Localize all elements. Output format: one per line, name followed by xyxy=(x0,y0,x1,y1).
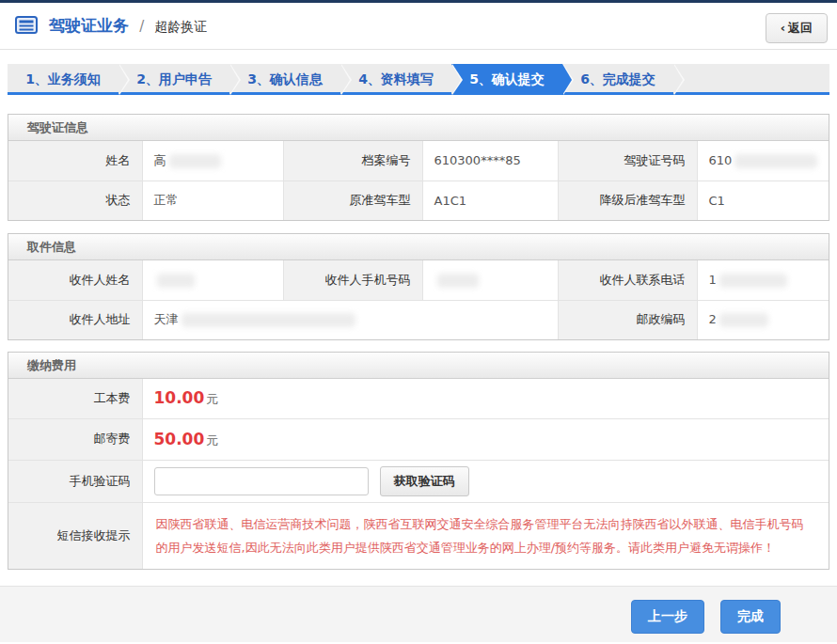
license-info-table: 姓名 高 档案编号 610300****85 驾驶证号码 610 状态 正常 原… xyxy=(8,141,829,220)
breadcrumb-separator: / xyxy=(139,18,144,35)
table-row: 短信接收提示 因陕西省联通、电信运营商技术问题，陕西省互联网交通安全综合服务管理… xyxy=(8,502,829,569)
downgraded-class-value: C1 xyxy=(697,181,829,220)
field-label: 手机验证码 xyxy=(8,460,142,502)
page-title: 驾驶证业务 xyxy=(49,16,129,35)
recipient-name-value xyxy=(142,260,283,300)
fees-section: 缴纳费用 工本费 10.00元 邮寄费 50.00元 手机验证码 获取验证码 短… xyxy=(8,352,829,570)
get-code-button[interactable]: 获取验证码 xyxy=(380,466,469,496)
field-label: 邮政编码 xyxy=(558,300,697,339)
back-button[interactable]: ‹返回 xyxy=(766,13,828,43)
status-value: 正常 xyxy=(142,181,283,220)
back-button-label: 返回 xyxy=(788,21,813,35)
field-label: 工本费 xyxy=(8,379,142,418)
field-label: 姓名 xyxy=(8,141,142,181)
redacted-blob xyxy=(734,154,817,168)
redacted-blob xyxy=(157,274,195,288)
redacted-blob xyxy=(182,313,355,327)
finish-button[interactable]: 完成 xyxy=(720,600,781,634)
field-label: 原准驾车型 xyxy=(283,181,422,220)
field-label: 收件人地址 xyxy=(8,300,142,339)
step-6-finish-submit: 6、完成提交 xyxy=(562,64,673,92)
field-label: 短信接收提示 xyxy=(8,502,142,569)
field-label: 收件人姓名 xyxy=(8,260,142,300)
postal-code-value: 2 xyxy=(697,300,829,339)
step-2-declaration: 2、用户申告 xyxy=(118,64,229,92)
license-business-icon xyxy=(15,16,38,38)
sms-code-input[interactable] xyxy=(154,467,369,495)
table-row: 收件人姓名 收件人手机号码 收件人联系电话 1 xyxy=(8,260,829,300)
step-1-notice: 1、业务须知 xyxy=(8,64,118,92)
license-info-section: 驾驶证信息 姓名 高 档案编号 610300****85 驾驶证号码 610 状… xyxy=(8,114,829,221)
fees-table: 工本费 10.00元 邮寄费 50.00元 手机验证码 获取验证码 短信接收提示… xyxy=(8,379,829,569)
fees-section-title: 缴纳费用 xyxy=(8,353,829,379)
table-row: 邮寄费 50.00元 xyxy=(8,418,829,460)
field-label: 收件人手机号码 xyxy=(283,260,422,300)
redacted-blob xyxy=(719,274,787,288)
table-row: 收件人地址 天津 邮政编码 2 xyxy=(8,300,829,339)
pickup-info-section: 取件信息 收件人姓名 收件人手机号码 收件人联系电话 1 收件人地址 天津 邮政… xyxy=(8,233,829,340)
postage-fee-value: 50.00元 xyxy=(142,418,829,460)
redacted-blob xyxy=(719,313,768,327)
table-row: 手机验证码 获取验证码 xyxy=(8,460,829,502)
table-row: 工本费 10.00元 xyxy=(8,379,829,418)
recipient-address-value: 天津 xyxy=(142,300,558,339)
recipient-phone-value: 1 xyxy=(697,260,829,300)
step-3-confirm-info: 3、确认信息 xyxy=(229,64,340,92)
footer-action-bar: 上一步 完成 xyxy=(0,586,837,642)
redacted-blob xyxy=(437,274,479,288)
recipient-mobile-value xyxy=(422,260,558,300)
work-fee-value: 10.00元 xyxy=(142,379,829,418)
field-label: 状态 xyxy=(8,181,142,220)
chevron-left-icon: ‹ xyxy=(781,21,785,35)
field-label: 驾驶证号码 xyxy=(558,141,697,181)
license-number-value: 610 xyxy=(697,141,829,181)
redacted-blob xyxy=(169,154,221,168)
pickup-section-title: 取件信息 xyxy=(8,234,829,260)
table-row: 姓名 高 档案编号 610300****85 驾驶证号码 610 xyxy=(8,141,829,181)
field-label: 收件人联系电话 xyxy=(558,260,697,300)
pickup-info-table: 收件人姓名 收件人手机号码 收件人联系电话 1 收件人地址 天津 邮政编码 2 xyxy=(8,260,829,339)
archive-number-value: 610300****85 xyxy=(422,141,558,181)
work-fee-amount: 10.00 xyxy=(154,388,205,407)
name-value: 高 xyxy=(142,141,283,181)
postage-fee-amount: 50.00 xyxy=(154,430,205,448)
page-header: 驾驶证业务 / 超龄换证 ‹返回 xyxy=(0,3,837,50)
breadcrumb-current: 超龄换证 xyxy=(154,19,207,34)
stepper-filler xyxy=(673,64,829,92)
field-label: 降级后准驾车型 xyxy=(558,181,697,220)
previous-step-button[interactable]: 上一步 xyxy=(631,600,704,634)
fee-unit: 元 xyxy=(206,433,218,448)
field-label: 档案编号 xyxy=(283,141,422,181)
step-4-fill-data: 4、资料填写 xyxy=(340,64,451,92)
field-label: 邮寄费 xyxy=(8,418,142,460)
sms-notice-text: 因陕西省联通、电信运营商技术问题，陕西省互联网交通安全综合服务管理平台无法向持陕… xyxy=(143,503,829,570)
wizard-stepper: 1、业务须知 2、用户申告 3、确认信息 4、资料填写 5、确认提交 6、完成提… xyxy=(8,64,829,95)
sms-code-cell: 获取验证码 xyxy=(142,460,829,502)
license-section-title: 驾驶证信息 xyxy=(8,115,829,141)
original-class-value: A1C1 xyxy=(422,181,558,220)
sms-notice-cell: 因陕西省联通、电信运营商技术问题，陕西省互联网交通安全综合服务管理平台无法向持陕… xyxy=(142,502,829,569)
table-row: 状态 正常 原准驾车型 A1C1 降级后准驾车型 C1 xyxy=(8,181,829,220)
step-5-confirm-submit: 5、确认提交 xyxy=(451,64,562,92)
fee-unit: 元 xyxy=(206,392,218,406)
